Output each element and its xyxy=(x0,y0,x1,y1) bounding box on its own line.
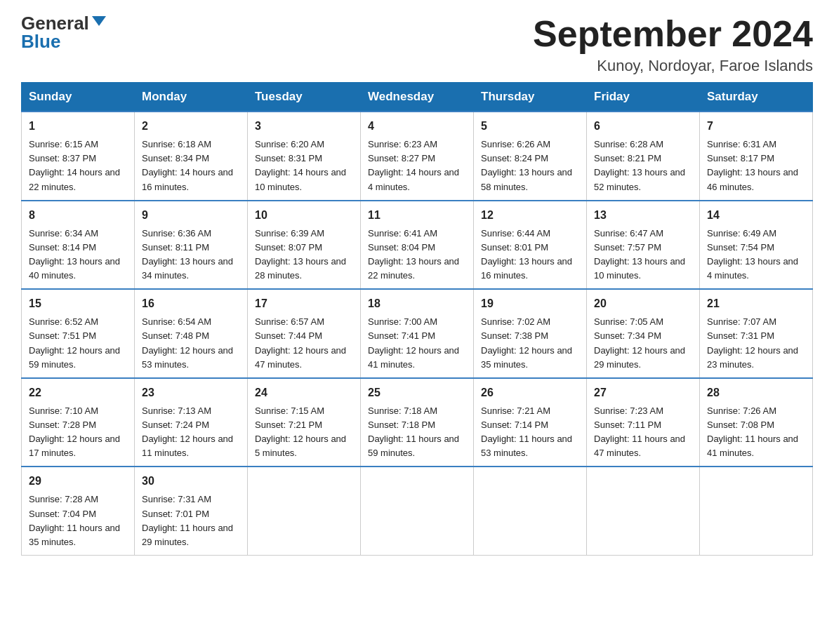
day-number: 4 xyxy=(368,118,466,135)
calendar-cell xyxy=(248,467,361,555)
day-number: 8 xyxy=(29,207,127,224)
calendar-week-row: 22Sunrise: 7:10 AMSunset: 7:28 PMDayligh… xyxy=(22,378,813,467)
page-header: General Blue September 2024 Kunoy, Nordo… xyxy=(21,14,813,75)
calendar-cell: 26Sunrise: 7:21 AMSunset: 7:14 PMDayligh… xyxy=(474,378,587,467)
day-info: Sunrise: 6:34 AMSunset: 8:14 PMDaylight:… xyxy=(29,228,120,281)
day-number: 13 xyxy=(594,207,692,224)
day-number: 7 xyxy=(707,118,805,135)
calendar-cell xyxy=(700,467,813,555)
day-number: 15 xyxy=(29,295,127,312)
day-number: 18 xyxy=(368,295,466,312)
calendar-cell: 2Sunrise: 6:18 AMSunset: 8:34 PMDaylight… xyxy=(135,112,248,201)
calendar-header-wednesday: Wednesday xyxy=(361,83,474,112)
logo-arrow-icon xyxy=(92,16,106,26)
day-info: Sunrise: 7:26 AMSunset: 7:08 PMDaylight:… xyxy=(707,405,798,458)
calendar-table: SundayMondayTuesdayWednesdayThursdayFrid… xyxy=(21,82,813,556)
day-number: 26 xyxy=(481,384,579,401)
calendar-cell: 6Sunrise: 6:28 AMSunset: 8:21 PMDaylight… xyxy=(587,112,700,201)
day-info: Sunrise: 7:02 AMSunset: 7:38 PMDaylight:… xyxy=(481,316,572,369)
day-info: Sunrise: 7:23 AMSunset: 7:11 PMDaylight:… xyxy=(594,405,685,458)
day-info: Sunrise: 7:31 AMSunset: 7:01 PMDaylight:… xyxy=(142,494,233,546)
day-info: Sunrise: 6:49 AMSunset: 7:54 PMDaylight:… xyxy=(707,228,798,281)
day-info: Sunrise: 6:57 AMSunset: 7:44 PMDaylight:… xyxy=(255,316,346,369)
day-info: Sunrise: 6:26 AMSunset: 8:24 PMDaylight:… xyxy=(481,139,572,192)
day-number: 30 xyxy=(142,473,240,490)
day-info: Sunrise: 6:41 AMSunset: 8:04 PMDaylight:… xyxy=(368,228,459,281)
day-info: Sunrise: 6:15 AMSunset: 8:37 PMDaylight:… xyxy=(29,139,120,192)
calendar-cell: 21Sunrise: 7:07 AMSunset: 7:31 PMDayligh… xyxy=(700,289,813,378)
day-number: 17 xyxy=(255,295,353,312)
day-info: Sunrise: 6:18 AMSunset: 8:34 PMDaylight:… xyxy=(142,139,233,192)
day-number: 28 xyxy=(707,384,805,401)
day-number: 23 xyxy=(142,384,240,401)
day-info: Sunrise: 6:23 AMSunset: 8:27 PMDaylight:… xyxy=(368,139,459,192)
day-number: 5 xyxy=(481,118,579,135)
day-info: Sunrise: 7:28 AMSunset: 7:04 PMDaylight:… xyxy=(29,494,120,546)
calendar-cell: 4Sunrise: 6:23 AMSunset: 8:27 PMDaylight… xyxy=(361,112,474,201)
calendar-week-row: 1Sunrise: 6:15 AMSunset: 8:37 PMDaylight… xyxy=(22,112,813,201)
day-number: 27 xyxy=(594,384,692,401)
day-info: Sunrise: 7:00 AMSunset: 7:41 PMDaylight:… xyxy=(368,316,459,369)
day-number: 19 xyxy=(481,295,579,312)
calendar-cell xyxy=(587,467,700,555)
calendar-cell: 12Sunrise: 6:44 AMSunset: 8:01 PMDayligh… xyxy=(474,201,587,290)
calendar-week-row: 15Sunrise: 6:52 AMSunset: 7:51 PMDayligh… xyxy=(22,289,813,378)
calendar-header-tuesday: Tuesday xyxy=(248,83,361,112)
day-info: Sunrise: 7:15 AMSunset: 7:21 PMDaylight:… xyxy=(255,405,346,458)
calendar-cell: 25Sunrise: 7:18 AMSunset: 7:18 PMDayligh… xyxy=(361,378,474,467)
location-title: Kunoy, Nordoyar, Faroe Islands xyxy=(533,57,813,75)
calendar-cell: 27Sunrise: 7:23 AMSunset: 7:11 PMDayligh… xyxy=(587,378,700,467)
logo-general-text: General xyxy=(21,14,89,32)
day-number: 20 xyxy=(594,295,692,312)
calendar-cell: 9Sunrise: 6:36 AMSunset: 8:11 PMDaylight… xyxy=(135,201,248,290)
day-number: 1 xyxy=(29,118,127,135)
day-number: 2 xyxy=(142,118,240,135)
day-number: 14 xyxy=(707,207,805,224)
day-number: 25 xyxy=(368,384,466,401)
day-info: Sunrise: 6:31 AMSunset: 8:17 PMDaylight:… xyxy=(707,139,798,192)
month-title: September 2024 xyxy=(533,14,813,54)
day-number: 24 xyxy=(255,384,353,401)
calendar-cell: 17Sunrise: 6:57 AMSunset: 7:44 PMDayligh… xyxy=(248,289,361,378)
calendar-cell: 10Sunrise: 6:39 AMSunset: 8:07 PMDayligh… xyxy=(248,201,361,290)
calendar-header-friday: Friday xyxy=(587,83,700,112)
day-info: Sunrise: 7:21 AMSunset: 7:14 PMDaylight:… xyxy=(481,405,572,458)
day-info: Sunrise: 7:18 AMSunset: 7:18 PMDaylight:… xyxy=(368,405,459,458)
calendar-cell: 14Sunrise: 6:49 AMSunset: 7:54 PMDayligh… xyxy=(700,201,813,290)
calendar-header-saturday: Saturday xyxy=(700,83,813,112)
calendar-week-row: 8Sunrise: 6:34 AMSunset: 8:14 PMDaylight… xyxy=(22,201,813,290)
day-info: Sunrise: 6:44 AMSunset: 8:01 PMDaylight:… xyxy=(481,228,572,281)
day-info: Sunrise: 6:20 AMSunset: 8:31 PMDaylight:… xyxy=(255,139,346,192)
calendar-cell: 18Sunrise: 7:00 AMSunset: 7:41 PMDayligh… xyxy=(361,289,474,378)
calendar-cell: 11Sunrise: 6:41 AMSunset: 8:04 PMDayligh… xyxy=(361,201,474,290)
calendar-cell: 24Sunrise: 7:15 AMSunset: 7:21 PMDayligh… xyxy=(248,378,361,467)
calendar-cell: 29Sunrise: 7:28 AMSunset: 7:04 PMDayligh… xyxy=(22,467,135,555)
day-number: 10 xyxy=(255,207,353,224)
day-info: Sunrise: 6:36 AMSunset: 8:11 PMDaylight:… xyxy=(142,228,233,281)
day-info: Sunrise: 6:47 AMSunset: 7:57 PMDaylight:… xyxy=(594,228,685,281)
day-info: Sunrise: 7:10 AMSunset: 7:28 PMDaylight:… xyxy=(29,405,120,458)
day-number: 3 xyxy=(255,118,353,135)
calendar-cell: 20Sunrise: 7:05 AMSunset: 7:34 PMDayligh… xyxy=(587,289,700,378)
calendar-cell xyxy=(474,467,587,555)
day-number: 9 xyxy=(142,207,240,224)
logo-blue-text: Blue xyxy=(21,32,60,51)
calendar-cell: 7Sunrise: 6:31 AMSunset: 8:17 PMDaylight… xyxy=(700,112,813,201)
calendar-cell: 15Sunrise: 6:52 AMSunset: 7:51 PMDayligh… xyxy=(22,289,135,378)
calendar-cell: 13Sunrise: 6:47 AMSunset: 7:57 PMDayligh… xyxy=(587,201,700,290)
title-block: September 2024 Kunoy, Nordoyar, Faroe Is… xyxy=(533,14,813,75)
day-info: Sunrise: 6:54 AMSunset: 7:48 PMDaylight:… xyxy=(142,316,233,369)
calendar-cell: 16Sunrise: 6:54 AMSunset: 7:48 PMDayligh… xyxy=(135,289,248,378)
day-number: 22 xyxy=(29,384,127,401)
day-info: Sunrise: 6:39 AMSunset: 8:07 PMDaylight:… xyxy=(255,228,346,281)
day-info: Sunrise: 6:52 AMSunset: 7:51 PMDaylight:… xyxy=(29,316,120,369)
calendar-cell: 1Sunrise: 6:15 AMSunset: 8:37 PMDaylight… xyxy=(22,112,135,201)
day-number: 21 xyxy=(707,295,805,312)
calendar-cell: 19Sunrise: 7:02 AMSunset: 7:38 PMDayligh… xyxy=(474,289,587,378)
calendar-header-sunday: Sunday xyxy=(22,83,135,112)
calendar-header-row: SundayMondayTuesdayWednesdayThursdayFrid… xyxy=(22,83,813,112)
calendar-cell: 22Sunrise: 7:10 AMSunset: 7:28 PMDayligh… xyxy=(22,378,135,467)
calendar-cell: 28Sunrise: 7:26 AMSunset: 7:08 PMDayligh… xyxy=(700,378,813,467)
day-info: Sunrise: 7:07 AMSunset: 7:31 PMDaylight:… xyxy=(707,316,798,369)
day-number: 6 xyxy=(594,118,692,135)
